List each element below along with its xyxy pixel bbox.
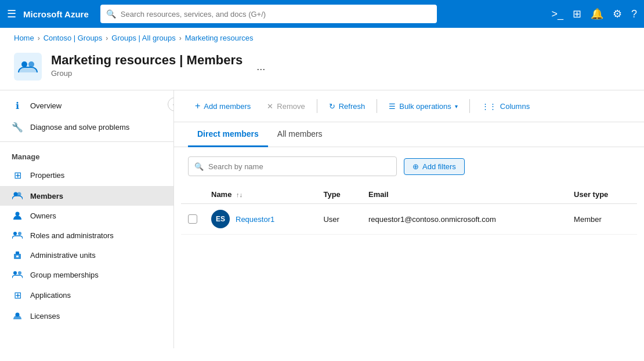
bulk-icon: ☰ <box>389 102 396 111</box>
svg-rect-8 <box>16 251 19 254</box>
sidebar-item-admin-units[interactable]: Administrative units <box>0 245 173 265</box>
row-email-cell: requestor1@contoso.onmicrosoft.com <box>361 204 567 235</box>
tabs: Direct members All members <box>174 122 644 147</box>
col-name[interactable]: Name ↑↓ <box>204 185 316 204</box>
add-icon: + <box>195 101 200 111</box>
sidebar-item-roles-admins[interactable]: Roles and administrators <box>0 225 173 245</box>
search-icon: 🔍 <box>106 9 116 19</box>
owners-icon <box>12 211 23 220</box>
svg-point-11 <box>18 271 21 275</box>
global-search-input[interactable] <box>121 10 431 19</box>
sidebar-item-members[interactable]: Members <box>0 186 173 206</box>
sidebar-item-licenses[interactable]: Licenses <box>0 306 173 326</box>
tab-all-members[interactable]: All members <box>268 122 332 147</box>
directory-icon[interactable]: ⊞ <box>573 8 581 20</box>
row-type: User <box>323 215 339 224</box>
add-filters-button[interactable]: ⊕ Add filters <box>404 158 465 175</box>
breadcrumb-all-groups[interactable]: Groups | All groups <box>111 34 175 42</box>
row-checkbox[interactable] <box>188 214 197 224</box>
sidebar-item-applications[interactable]: ⊞ Applications <box>0 285 173 306</box>
row-email: requestor1@contoso.onmicrosoft.com <box>368 215 496 224</box>
global-search-box[interactable]: 🔍 <box>100 5 437 23</box>
sort-icon: ↑↓ <box>236 191 243 198</box>
svg-point-1 <box>28 61 34 67</box>
funnel-icon: ⊕ <box>413 162 419 171</box>
page-title: Marketing resources | Members <box>51 53 243 68</box>
sidebar-item-overview[interactable]: ℹ Overview <box>0 95 173 116</box>
breadcrumb-home[interactable]: Home <box>14 34 34 42</box>
info-icon: ℹ <box>12 100 23 111</box>
col-user-type: User type <box>567 185 637 204</box>
sidebar-item-properties[interactable]: ⊞ Properties <box>0 165 173 186</box>
col-type: Type <box>316 185 361 204</box>
row-user-type: Member <box>574 215 602 224</box>
search-input[interactable] <box>208 162 390 171</box>
row-type-cell: User <box>316 204 361 235</box>
sidebar-item-label: Licenses <box>30 312 60 320</box>
sidebar-item-label: Owners <box>30 212 56 220</box>
sidebar-item-group-memberships[interactable]: Group memberships <box>0 265 173 285</box>
more-options-button[interactable]: ... <box>256 61 265 73</box>
row-name-cell: ES Requestor1 <box>204 204 316 235</box>
members-table: Name ↑↓ Type Email User type <box>181 185 637 235</box>
sidebar-item-owners[interactable]: Owners <box>0 206 173 225</box>
bulk-operations-button[interactable]: ☰ Bulk operations ▾ <box>382 99 465 114</box>
filter-bar: 🔍 ⊕ Add filters <box>174 147 644 185</box>
content-area: + Add members ✕ Remove ↻ Refresh ☰ Bulk … <box>174 90 644 348</box>
topbar: ☰ Microsoft Azure 🔍 >_ ⊞ 🔔 ⚙ ? <box>0 0 644 28</box>
refresh-button[interactable]: ↻ Refresh <box>322 99 372 114</box>
breadcrumb-contoso-groups[interactable]: Contoso | Groups <box>44 34 103 42</box>
sidebar-item-label: Properties <box>30 171 64 180</box>
row-checkbox-cell <box>181 204 204 235</box>
page-header: Marketing resources | Members Group ... <box>0 48 644 90</box>
properties-icon: ⊞ <box>12 170 23 181</box>
svg-point-6 <box>18 232 21 235</box>
breadcrumb: Home › Contoso | Groups › Groups | All g… <box>0 28 644 48</box>
hamburger-icon[interactable]: ☰ <box>7 8 16 20</box>
svg-point-0 <box>21 61 27 67</box>
admin-units-icon <box>12 250 23 260</box>
page-header-text: Marketing resources | Members Group <box>51 53 243 78</box>
svg-point-10 <box>13 271 17 275</box>
sidebar-item-label: Administrative units <box>30 251 96 260</box>
cloud-shell-icon[interactable]: >_ <box>551 8 563 20</box>
app-logo: Microsoft Azure <box>23 9 89 19</box>
group-icon <box>14 53 42 81</box>
chevron-down-icon: ▾ <box>455 103 458 110</box>
row-user-type-cell: Member <box>567 204 637 235</box>
sidebar-divider <box>0 141 173 142</box>
settings-icon[interactable]: ⚙ <box>613 8 622 20</box>
main-layout: « ℹ Overview 🔧 Diagnose and solve proble… <box>0 90 644 348</box>
sidebar-item-label: Applications <box>30 291 71 300</box>
svg-point-5 <box>13 232 17 235</box>
members-icon <box>12 191 23 200</box>
breadcrumb-current: Marketing resources <box>185 34 254 42</box>
tab-direct-members[interactable]: Direct members <box>188 122 268 147</box>
remove-button[interactable]: ✕ Remove <box>260 99 312 114</box>
sidebar-item-label: Members <box>30 192 63 200</box>
columns-button[interactable]: ⋮⋮ Columns <box>475 99 537 114</box>
roles-icon <box>12 231 23 240</box>
columns-icon: ⋮⋮ <box>482 102 497 111</box>
search-box[interactable]: 🔍 <box>188 156 397 176</box>
table-header-row: Name ↑↓ Type Email User type <box>181 185 637 204</box>
licenses-icon <box>12 311 23 320</box>
topbar-icons: >_ ⊞ 🔔 ⚙ ? <box>551 8 637 20</box>
sidebar-item-label: Group memberships <box>30 271 99 279</box>
avatar: ES <box>211 210 230 228</box>
toolbar: + Add members ✕ Remove ↻ Refresh ☰ Bulk … <box>174 90 644 122</box>
svg-point-4 <box>16 212 20 216</box>
page-subtitle: Group <box>51 69 243 78</box>
sidebar: « ℹ Overview 🔧 Diagnose and solve proble… <box>0 90 174 348</box>
select-all-header <box>181 185 204 204</box>
toolbar-divider-1 <box>317 99 317 113</box>
sidebar-item-diagnose[interactable]: 🔧 Diagnose and solve problems <box>0 116 173 138</box>
help-icon[interactable]: ? <box>631 8 637 20</box>
notifications-icon[interactable]: 🔔 <box>591 8 603 20</box>
col-email: Email <box>361 185 567 204</box>
search-box-icon: 🔍 <box>194 162 204 171</box>
table-wrapper: Name ↑↓ Type Email User type <box>174 185 644 235</box>
sidebar-nav: ℹ Overview 🔧 Diagnose and solve problems… <box>0 90 173 330</box>
add-members-button[interactable]: + Add members <box>188 97 258 115</box>
sidebar-item-label: Roles and administrators <box>30 231 114 240</box>
